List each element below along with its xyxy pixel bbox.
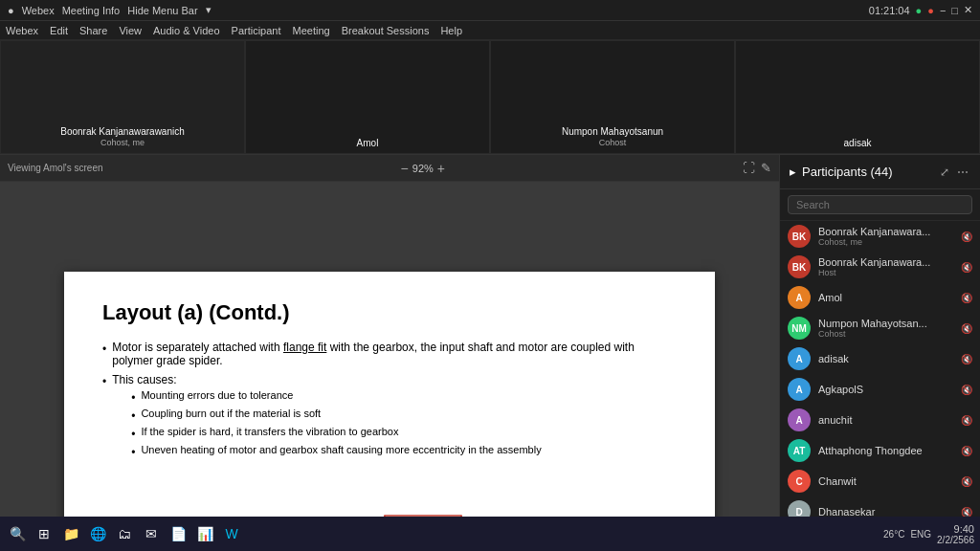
hide-menu-link[interactable]: Hide Menu Bar [127, 5, 197, 16]
taskbar-mail[interactable]: ✉ [140, 522, 163, 545]
participant-mic-4[interactable]: 🔇 [961, 354, 972, 364]
slide-body: • Motor is separately attached with flan… [102, 341, 677, 462]
avatar-6: A [788, 408, 811, 431]
taskbar-search-icon: 🔍 [10, 526, 26, 541]
taskbar-left: 🔍 ⊞ 📁 🌐 🗂 ✉ 📄 📊 W [6, 522, 243, 545]
menu-webex[interactable]: Webex [6, 25, 38, 36]
menu-bar: Webex Edit Share View Audio & Video Part… [0, 21, 980, 40]
menu-share[interactable]: Share [79, 25, 107, 36]
annotation-icon[interactable]: ✎ [761, 161, 771, 175]
taskbar-browser-icon: 🌐 [90, 526, 106, 541]
video-tile-2: Numpon Mahayotsanun Cohost [490, 40, 735, 154]
taskbar-webex-icon: W [225, 526, 237, 541]
slide-toolbar: Viewing Amol's screen − 92% + ⛶ ✎ [0, 155, 779, 182]
video-tile-name-2: Numpon Mahayotsanun Cohost [562, 125, 663, 149]
bullet-2: • This causes: • Mounting errors due to … [102, 373, 677, 462]
zoom-minus-btn[interactable]: − [401, 161, 409, 176]
participant-mic-9[interactable]: 🔇 [961, 507, 972, 518]
taskbar-docs[interactable]: 📄 [167, 522, 189, 545]
video-tile-name-0: Boonrak Kanjanawarawanich Cohost, me [60, 125, 185, 149]
bullet-2-content: This causes: • Mounting errors due to to… [112, 373, 541, 462]
avatar-8: C [788, 470, 811, 493]
app-name: Webex [22, 5, 55, 16]
bullet-dot-2: • [102, 375, 106, 388]
menu-edit[interactable]: Edit [50, 25, 68, 36]
bullet-dot-1: • [102, 342, 106, 356]
avatar-2: A [788, 286, 811, 309]
top-bar: ● Webex Meeting Info Hide Menu Bar ▾ 01:… [0, 0, 980, 21]
taskbar-excel-icon: 📊 [197, 526, 213, 541]
meeting-info-link[interactable]: Meeting Info [62, 5, 121, 16]
taskbar-files[interactable]: 📁 [59, 522, 82, 545]
taskbar-webex[interactable]: W [220, 522, 243, 545]
system-time: 01:21:04 [869, 5, 910, 16]
bullet-1-text: Motor is separately attached with flange… [112, 341, 677, 367]
menu-audio-video[interactable]: Audio & Video [153, 25, 220, 36]
taskbar-excel[interactable]: 📊 [193, 522, 216, 545]
slide-wrapper: Layout (a) (Contd.) • Motor is separatel… [0, 182, 779, 551]
minimize-btn[interactable]: − [940, 5, 946, 16]
search-input[interactable] [788, 195, 972, 214]
video-strip: Boonrak Kanjanawarawanich Cohost, me Amo… [0, 40, 980, 155]
participant-item-3: NM Numpon Mahayotsan... Cohost 🔇 [780, 313, 980, 343]
status-dot-red: ● [927, 5, 934, 16]
avatar-5: A [788, 378, 811, 401]
zoom-control: − 92% + [401, 161, 445, 176]
participant-item-2: A Amol 🔇 [780, 282, 980, 313]
participant-role-1: Host [818, 268, 953, 277]
taskbar-start[interactable]: ⊞ [33, 522, 56, 545]
participant-mic-7[interactable]: 🔇 [961, 446, 972, 456]
participant-mic-0[interactable]: 🔇 [961, 231, 972, 242]
sidebar-expand-btn[interactable]: ⤢ [938, 164, 951, 181]
participant-mic-1[interactable]: 🔇 [961, 262, 972, 273]
participant-name-2: Amol [818, 292, 953, 303]
avatar-1: BK [788, 255, 811, 278]
participant-item-1: BK Boonrak Kanjanawara... Host 🔇 [780, 252, 980, 282]
close-btn[interactable]: ✕ [964, 4, 972, 16]
video-tile-3: adisak [735, 40, 980, 154]
taskbar-finder[interactable]: 🗂 [113, 522, 136, 545]
hide-chevron: ▾ [206, 4, 212, 16]
avatar-7: AT [788, 439, 811, 462]
participant-role-3: Cohost [818, 329, 953, 339]
participant-mic-8[interactable]: 🔇 [961, 476, 972, 487]
taskbar-start-icon: ⊞ [38, 526, 50, 541]
participant-name-7: Atthaphong Thongdee [818, 445, 953, 456]
search-bar [780, 189, 980, 221]
participant-item-6: A anuchit 🔇 [780, 405, 980, 435]
menu-view[interactable]: View [119, 25, 142, 36]
zoom-value: 92% [412, 163, 434, 174]
zoom-plus-btn[interactable]: + [437, 161, 445, 176]
taskbar-mail-icon: ✉ [145, 526, 157, 541]
video-tile-name-1: Amol [357, 137, 379, 149]
participant-mic-5[interactable]: 🔇 [961, 385, 972, 395]
menu-participant[interactable]: Participant [232, 25, 281, 36]
participant-item-8: C Chanwit 🔇 [780, 466, 980, 496]
sidebar: ▸ Participants (44) ⤢ ⋯ BK Boonrak Kanja… [779, 155, 980, 551]
participant-mic-2[interactable]: 🔇 [961, 293, 972, 303]
status-dot-green: ● [916, 5, 923, 16]
toolbar-right: ⛶ ✎ [743, 161, 771, 175]
menu-breakout[interactable]: Breakout Sessions [342, 25, 430, 36]
taskbar-search[interactable]: 🔍 [6, 522, 29, 545]
participant-name-3: Numpon Mahayotsan... Cohost [818, 318, 953, 339]
video-tile-name-3: adisak [844, 137, 872, 149]
taskbar-browser[interactable]: 🌐 [86, 522, 109, 545]
participant-name-6: anuchit [818, 414, 953, 426]
taskbar-right: 26°C ENG 9:40 2/2/2566 [883, 523, 974, 545]
taskbar-finder-icon: 🗂 [118, 526, 131, 541]
avatar-0: BK [788, 225, 811, 248]
participant-item-4: A adisak 🔇 [780, 343, 980, 374]
menu-meeting[interactable]: Meeting [293, 25, 330, 36]
participant-mic-3[interactable]: 🔇 [961, 323, 972, 334]
menu-help[interactable]: Help [440, 25, 462, 36]
content-area: Viewing Amol's screen − 92% + ⛶ ✎ Layout… [0, 155, 980, 551]
restore-btn[interactable]: □ [951, 5, 958, 16]
taskbar: 🔍 ⊞ 📁 🌐 🗂 ✉ 📄 📊 W 26°C ENG 9:40 [0, 517, 980, 551]
taskbar-lang: ENG [910, 529, 931, 540]
viewing-label: Viewing Amol's screen [8, 163, 103, 173]
underline-text: flange fit [283, 341, 326, 354]
sidebar-options-btn[interactable]: ⋯ [955, 164, 970, 181]
participant-name-5: AgkapolS [818, 384, 953, 395]
participant-mic-6[interactable]: 🔇 [961, 415, 972, 426]
